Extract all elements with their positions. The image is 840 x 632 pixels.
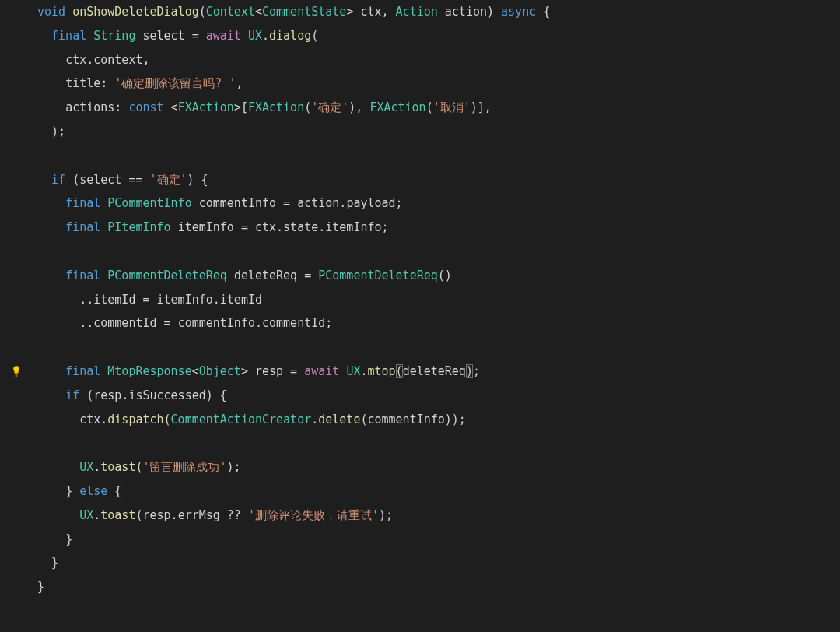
matching-paren-close: ) bbox=[466, 364, 473, 378]
matching-paren-open: ( bbox=[396, 364, 403, 378]
code-line[interactable]: final PCommentInfo commentInfo = action.… bbox=[26, 191, 840, 216]
code-line[interactable]: } bbox=[26, 551, 840, 575]
code-line[interactable] bbox=[26, 240, 840, 264]
code-line[interactable]: title: '确定删除该留言吗? ', bbox=[26, 72, 840, 96]
code-line[interactable]: final MtopResponse<Object> resp = await … bbox=[26, 360, 840, 384]
code-editor[interactable]: void onShowDeleteDialog(Context<CommentS… bbox=[26, 0, 840, 599]
code-line[interactable]: ..commentId = commentInfo.commentId; bbox=[26, 311, 840, 335]
code-line[interactable]: final PItemInfo itemInfo = ctx.state.ite… bbox=[26, 216, 840, 240]
code-line[interactable]: } else { bbox=[26, 479, 840, 504]
keyword-await: await bbox=[206, 29, 241, 43]
type-context: Context bbox=[206, 5, 255, 19]
type-action: Action bbox=[396, 5, 438, 19]
code-line[interactable]: ); bbox=[26, 120, 840, 144]
code-line[interactable]: ctx.dispatch(CommentActionCreator.delete… bbox=[26, 408, 840, 432]
code-line[interactable]: ..itemId = itemInfo.itemId bbox=[26, 288, 840, 312]
code-line[interactable]: UX.toast('留言删除成功'); bbox=[26, 455, 840, 479]
code-line[interactable] bbox=[26, 144, 840, 168]
string-literal: '确定删除该留言吗? ' bbox=[114, 76, 236, 90]
function-name: onShowDeleteDialog bbox=[72, 5, 199, 19]
code-line[interactable]: } bbox=[26, 528, 840, 552]
code-line[interactable]: } bbox=[26, 575, 840, 599]
code-line[interactable]: final String select = await UX.dialog( bbox=[26, 24, 840, 48]
code-line[interactable]: ctx.context, bbox=[26, 48, 840, 72]
code-line[interactable]: final PCommentDeleteReq deleteReq = PCom… bbox=[26, 264, 840, 288]
code-line[interactable]: if (select == '确定') { bbox=[26, 168, 840, 192]
keyword-async: async bbox=[501, 5, 536, 19]
code-line[interactable]: void onShowDeleteDialog(Context<CommentS… bbox=[26, 0, 840, 24]
code-line[interactable] bbox=[26, 335, 840, 360]
keyword-void: void bbox=[37, 5, 65, 19]
type-commentstate: CommentState bbox=[262, 5, 346, 19]
lightbulb-icon[interactable] bbox=[9, 364, 23, 378]
code-line[interactable] bbox=[26, 431, 840, 455]
code-line[interactable]: actions: const <FXAction>[FXAction('确定')… bbox=[26, 96, 840, 120]
code-line[interactable]: if (resp.isSuccessed) { bbox=[26, 384, 840, 408]
code-line[interactable]: UX.toast(resp.errMsg ?? '删除评论失败，请重试'); bbox=[26, 504, 840, 528]
